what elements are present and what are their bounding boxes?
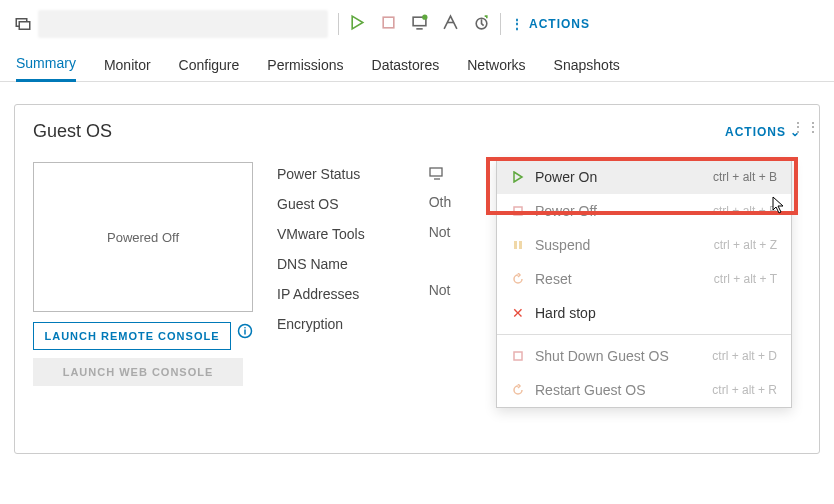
- console-column: Powered Off LAUNCH REMOTE CONSOLE LAUNCH…: [33, 162, 253, 386]
- svg-rect-9: [514, 207, 522, 215]
- tab-snapshots[interactable]: Snapshots: [554, 49, 620, 81]
- menu-item-shortcut: ctrl + alt + R: [712, 383, 777, 397]
- reset-icon: [511, 273, 525, 285]
- svg-rect-12: [514, 352, 522, 360]
- card-actions-label: ACTIONS: [725, 125, 786, 139]
- menu-power-off: Power Off ctrl + alt + E: [497, 194, 791, 228]
- values-column: Oth Not Not: [429, 162, 452, 386]
- tool-icons-group: [349, 14, 490, 34]
- menu-reset: Reset ctrl + alt + T: [497, 262, 791, 296]
- vm-title-redacted: [38, 10, 328, 38]
- launch-remote-console-button[interactable]: LAUNCH REMOTE CONSOLE: [33, 322, 231, 350]
- card-header: Guest OS ACTIONS ⌄: [33, 121, 801, 142]
- menu-item-shortcut: ctrl + alt + E: [713, 204, 777, 218]
- play-icon[interactable]: [349, 14, 366, 34]
- separator: [338, 13, 339, 35]
- menu-item-label: Power Off: [535, 203, 703, 219]
- tab-summary[interactable]: Summary: [16, 47, 76, 82]
- stop-icon: [511, 350, 525, 362]
- snapshot-icon[interactable]: [473, 14, 490, 34]
- menu-item-label: Hard stop: [535, 305, 767, 321]
- launch-web-console-button: LAUNCH WEB CONSOLE: [33, 358, 243, 386]
- svg-rect-1: [19, 22, 30, 30]
- svg-point-4: [422, 15, 427, 20]
- actions-top-label: ACTIONS: [529, 17, 590, 31]
- label-ip-addresses: IP Addresses: [277, 286, 365, 302]
- top-toolbar: ⋮ ACTIONS: [0, 0, 834, 48]
- drag-handle-icon[interactable]: ⋮⋮: [791, 119, 821, 135]
- menu-restart-guest: Restart Guest OS ctrl + alt + R: [497, 373, 791, 407]
- x-icon: ✕: [511, 305, 525, 321]
- tab-bar: Summary Monitor Configure Permissions Da…: [0, 48, 834, 82]
- card-actions-button[interactable]: ACTIONS ⌄: [725, 125, 801, 139]
- svg-rect-8: [430, 168, 442, 176]
- tab-configure[interactable]: Configure: [179, 49, 240, 81]
- tab-monitor[interactable]: Monitor: [104, 49, 151, 81]
- menu-item-shortcut: ctrl + alt + T: [714, 272, 777, 286]
- value-power-status: [429, 166, 452, 180]
- vm-icon: [14, 15, 32, 33]
- label-guest-os: Guest OS: [277, 196, 365, 212]
- menu-hard-stop[interactable]: ✕ Hard stop: [497, 296, 791, 330]
- actions-top-button[interactable]: ⋮ ACTIONS: [511, 17, 590, 31]
- value-encryption: Not: [429, 282, 452, 298]
- menu-shutdown-guest: Shut Down Guest OS ctrl + alt + D: [497, 339, 791, 373]
- dots-icon: ⋮: [511, 17, 523, 31]
- value-guest-os: Oth: [429, 194, 452, 210]
- console-icon[interactable]: [411, 14, 428, 34]
- label-power-status: Power Status: [277, 166, 365, 182]
- menu-item-shortcut: ctrl + alt + D: [712, 349, 777, 363]
- svg-rect-2: [383, 17, 394, 28]
- reset-icon: [511, 384, 525, 396]
- menu-item-label: Shut Down Guest OS: [535, 348, 702, 364]
- label-dns-name: DNS Name: [277, 256, 365, 272]
- power-actions-menu: Power On ctrl + alt + B Power Off ctrl +…: [496, 159, 792, 408]
- migrate-icon[interactable]: [442, 14, 459, 34]
- tab-permissions[interactable]: Permissions: [267, 49, 343, 81]
- label-encryption: Encryption: [277, 316, 365, 332]
- console-preview[interactable]: Powered Off: [33, 162, 253, 312]
- separator: [500, 13, 501, 35]
- value-vmware-tools: Not: [429, 224, 452, 240]
- tab-networks[interactable]: Networks: [467, 49, 525, 81]
- card-title: Guest OS: [33, 121, 112, 142]
- menu-item-label: Reset: [535, 271, 704, 287]
- stop-icon[interactable]: [380, 14, 397, 34]
- menu-item-label: Power On: [535, 169, 703, 185]
- svg-rect-11: [519, 241, 522, 249]
- menu-power-on[interactable]: Power On ctrl + alt + B: [497, 160, 791, 194]
- stop-icon: [511, 205, 525, 217]
- tab-datastores[interactable]: Datastores: [372, 49, 440, 81]
- menu-item-shortcut: ctrl + alt + Z: [714, 238, 777, 252]
- menu-item-shortcut: ctrl + alt + B: [713, 170, 777, 184]
- menu-item-label: Suspend: [535, 237, 704, 253]
- info-icon[interactable]: [237, 323, 253, 339]
- separator: [497, 334, 791, 335]
- pause-icon: [511, 239, 525, 251]
- menu-item-label: Restart Guest OS: [535, 382, 702, 398]
- svg-point-7: [244, 327, 246, 329]
- labels-column: Power Status Guest OS VMware Tools DNS N…: [277, 162, 365, 386]
- console-status-text: Powered Off: [107, 230, 179, 245]
- play-icon: [511, 171, 525, 183]
- menu-suspend: Suspend ctrl + alt + Z: [497, 228, 791, 262]
- svg-rect-10: [514, 241, 517, 249]
- label-vmware-tools: VMware Tools: [277, 226, 365, 242]
